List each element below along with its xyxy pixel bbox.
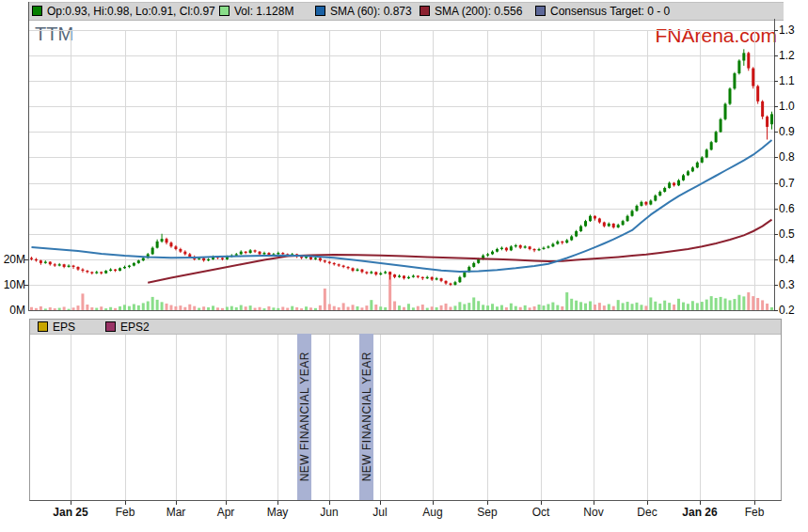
volume-bar bbox=[701, 302, 704, 310]
eps-legend-bar: EPS EPS2 bbox=[30, 320, 781, 335]
candle-body bbox=[245, 252, 247, 253]
volume-bar bbox=[235, 307, 238, 310]
volume-bar bbox=[538, 305, 541, 310]
stock-chart-window: Op:0.93, Hi:0.98, Lo:0.91, Cl:0.97 Vol: … bbox=[0, 0, 808, 532]
candle-body bbox=[705, 149, 708, 157]
candle-body bbox=[533, 249, 536, 250]
volume-bar bbox=[114, 308, 117, 310]
candle-body bbox=[328, 262, 331, 263]
price-tick bbox=[774, 234, 778, 235]
candle-body bbox=[277, 253, 279, 254]
volume-tick bbox=[24, 259, 28, 260]
candle-body bbox=[166, 239, 168, 243]
candle-body bbox=[644, 202, 647, 205]
eps-panel-gridline bbox=[754, 335, 755, 500]
month-label: Jul bbox=[351, 506, 409, 519]
volume-bar bbox=[309, 307, 312, 310]
candle-body bbox=[556, 242, 559, 244]
eps-panel-gridline bbox=[125, 335, 126, 500]
month-label: Dec bbox=[618, 506, 676, 519]
volume-bar bbox=[756, 298, 759, 310]
volume-bar bbox=[104, 308, 107, 310]
volume-bar bbox=[63, 306, 66, 310]
volume-bar bbox=[705, 300, 708, 310]
candle-body bbox=[58, 264, 61, 265]
candle-body bbox=[365, 272, 368, 273]
price-tick bbox=[774, 259, 778, 260]
candle-body bbox=[551, 244, 554, 247]
eps-swatch-icon bbox=[38, 321, 48, 332]
candle-body bbox=[374, 272, 377, 274]
volume-bar bbox=[295, 307, 298, 310]
volume-bar bbox=[510, 304, 513, 310]
candle-body bbox=[761, 102, 764, 117]
volume-bar bbox=[202, 306, 205, 310]
new-financial-year-marker: NEW FINANCIAL YEAR bbox=[359, 334, 373, 500]
legend-item-consensus: Consensus Target: 0 - 0 bbox=[535, 5, 670, 18]
legend-item-eps: EPS bbox=[38, 321, 75, 334]
volume-bar bbox=[179, 305, 182, 310]
candle-body bbox=[161, 239, 164, 242]
volume-bar bbox=[147, 302, 150, 310]
volume-bar bbox=[547, 305, 549, 311]
volume-tick-label: 10M bbox=[0, 279, 25, 290]
volume-bar bbox=[352, 305, 355, 310]
volume-bar bbox=[379, 306, 382, 310]
candle-body bbox=[766, 117, 768, 127]
volume-bar bbox=[668, 303, 671, 310]
new-financial-year-label: NEW FINANCIAL YEAR bbox=[360, 352, 373, 481]
price-tick-label: 0.6 bbox=[779, 203, 807, 214]
volume-bar bbox=[142, 303, 145, 310]
candle-body bbox=[500, 248, 503, 249]
candle-body bbox=[579, 227, 582, 231]
legend-item-label: Op:0.93, Hi:0.98, Lo:0.91, Cl:0.97 bbox=[47, 5, 215, 18]
volume-bar bbox=[272, 307, 275, 310]
volume-bar bbox=[640, 305, 642, 310]
candle-body bbox=[640, 202, 642, 206]
price-tick-label: 1.0 bbox=[779, 101, 807, 112]
volume-bar bbox=[570, 299, 573, 310]
candle-body bbox=[100, 272, 103, 273]
candle-body bbox=[677, 180, 680, 185]
month-tick bbox=[541, 501, 542, 505]
volume-bar bbox=[267, 306, 270, 310]
price-chart[interactable] bbox=[29, 19, 774, 311]
candle-body bbox=[262, 253, 265, 254]
volume-bar bbox=[710, 296, 713, 310]
price-tick-label: 0.9 bbox=[779, 126, 807, 137]
candle-body bbox=[109, 270, 112, 271]
volume-bar bbox=[687, 304, 689, 310]
eps-panel-gridline bbox=[487, 335, 488, 500]
volume-bar bbox=[496, 306, 499, 310]
candle-body bbox=[342, 266, 345, 267]
candle-body bbox=[338, 264, 341, 265]
volume-bar bbox=[720, 297, 722, 310]
candle-body bbox=[407, 277, 410, 278]
volume-bar bbox=[342, 303, 345, 310]
volume-bar bbox=[277, 308, 279, 310]
volume-bar bbox=[30, 307, 33, 310]
candle-body bbox=[724, 104, 727, 119]
volume-bar bbox=[338, 307, 341, 310]
volume-bar bbox=[133, 305, 135, 311]
candle-body bbox=[393, 274, 396, 277]
candle-body bbox=[505, 248, 508, 251]
month-label: Nov bbox=[564, 506, 623, 519]
eps-panel-gridline bbox=[277, 335, 278, 500]
candle-body bbox=[235, 254, 238, 255]
volume-bar bbox=[286, 308, 289, 310]
candle-body bbox=[319, 258, 322, 260]
month-tick bbox=[700, 501, 701, 505]
volume-bar bbox=[542, 305, 545, 310]
ohlc-swatch-icon bbox=[32, 6, 42, 16]
legend-item-label: Consensus Target: 0 - 0 bbox=[550, 5, 670, 18]
price-tick-label: 1.2 bbox=[779, 50, 807, 61]
volume-bar bbox=[608, 305, 610, 311]
eps-panel-gridline bbox=[541, 335, 542, 500]
volume-bar bbox=[603, 305, 606, 310]
volume-bar bbox=[421, 305, 424, 310]
candle-body bbox=[440, 278, 443, 281]
volume-bar bbox=[584, 304, 587, 310]
month-label: Oct bbox=[512, 506, 570, 519]
candle-body bbox=[687, 171, 689, 175]
